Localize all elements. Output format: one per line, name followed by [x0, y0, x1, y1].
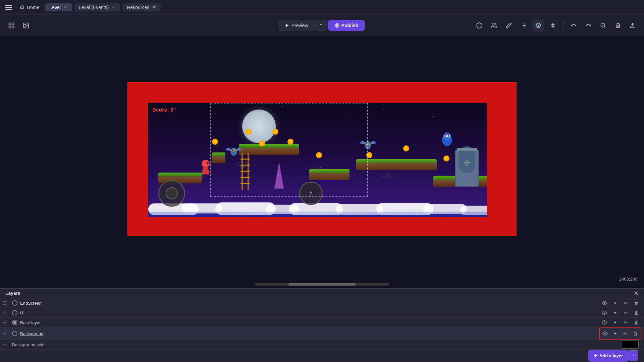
layer-name-end-screen[interactable]: EndScreen: [20, 301, 597, 306]
radio-end-screen[interactable]: [12, 300, 17, 306]
add-layer-dropdown-button[interactable]: [628, 350, 639, 362]
layer-name-base[interactable]: Base layer: [20, 320, 597, 325]
hash-button[interactable]: [547, 19, 559, 32]
bg-color-swatch[interactable]: [622, 341, 639, 349]
layer-name-ui[interactable]: UI: [20, 310, 597, 315]
toolbar-left: [5, 19, 32, 32]
redo-button[interactable]: [582, 19, 594, 32]
publish-button[interactable]: Publish: [328, 20, 365, 31]
svg-rect-40: [202, 170, 205, 175]
canvas-area[interactable]: Score: 0: [0, 36, 644, 288]
eye-icon: [602, 300, 607, 306]
radio-base[interactable]: [12, 320, 17, 325]
layer-name-background[interactable]: Background: [20, 331, 596, 336]
trash-icon: [615, 22, 621, 28]
svg-point-57: [448, 135, 449, 137]
svg-point-8: [492, 23, 494, 25]
canvas-scrollbar[interactable]: [255, 283, 389, 286]
cube-button[interactable]: [473, 19, 485, 32]
pencil-button[interactable]: [503, 19, 515, 32]
svg-line-18: [552, 23, 553, 28]
hash-icon: [550, 22, 556, 28]
eye-btn-background[interactable]: [600, 329, 610, 338]
undo-button[interactable]: [568, 19, 580, 32]
gate: ⚜: [453, 143, 480, 187]
trash-button[interactable]: [612, 19, 624, 32]
tab-home[interactable]: Home: [16, 3, 43, 11]
pencil-btn-ui[interactable]: ✏: [621, 308, 631, 317]
pencil-btn-base[interactable]: ✏: [621, 318, 631, 327]
pencil-btn-end-screen[interactable]: ✏: [621, 298, 631, 308]
tab-level[interactable]: Level ✕: [45, 3, 72, 11]
svg-point-42: [230, 148, 237, 156]
tab-resources-close-icon[interactable]: ✕: [151, 5, 157, 10]
pencil-btn-background[interactable]: ✏: [621, 329, 630, 338]
toolbar-divider: [563, 21, 564, 30]
svg-point-51: [369, 143, 370, 144]
tab-resources[interactable]: Resources ✕: [123, 3, 161, 11]
image-button[interactable]: [20, 19, 32, 32]
globe-icon: [335, 23, 339, 28]
tab-resources-label: Resources: [127, 5, 149, 10]
svg-marker-6: [286, 23, 288, 27]
svg-rect-27: [457, 148, 477, 151]
score-display: Score: 0: [152, 107, 173, 113]
trash-btn-end-screen[interactable]: 🗑: [632, 298, 641, 308]
trash-btn-ui[interactable]: 🗑: [632, 308, 641, 317]
trash-btn-background[interactable]: 🗑: [631, 329, 640, 338]
star: [383, 110, 384, 110]
export-button[interactable]: [627, 19, 639, 32]
layer-row-base[interactable]: ☰ Base layer ✦ ✏ 🗑: [0, 318, 644, 327]
svg-point-56: [445, 135, 446, 137]
sun-btn-end-screen[interactable]: ✦: [610, 298, 620, 308]
star: [350, 120, 350, 120]
star: [175, 108, 176, 109]
star: [215, 113, 216, 114]
preview-button[interactable]: Preview: [279, 20, 314, 31]
list-icon: [521, 22, 527, 28]
layers-title: Layers: [5, 291, 20, 296]
layer-row-end-screen[interactable]: ☰ EndScreen ✦ ✏ 🗑: [0, 298, 644, 308]
sun-btn-background[interactable]: ✦: [610, 329, 620, 338]
joystick[interactable]: [158, 180, 185, 207]
layer-row-background[interactable]: ☰ Background ✦ ✏ 🗑: [0, 327, 644, 340]
layers-close-icon[interactable]: ✕: [634, 290, 639, 297]
jump-button[interactable]: ↑: [299, 182, 323, 205]
tab-level-events-close-icon[interactable]: ✕: [111, 5, 116, 10]
list-button[interactable]: [518, 19, 530, 32]
eye-btn-ui[interactable]: [600, 308, 609, 317]
eye-btn-end-screen[interactable]: [600, 298, 609, 308]
tab-level-label: Level: [49, 5, 60, 10]
grid-view-button[interactable]: [5, 19, 17, 32]
svg-point-46: [235, 150, 236, 151]
enemy-blue: [440, 132, 454, 148]
sun-btn-ui[interactable]: ✦: [610, 308, 620, 317]
sun-btn-base[interactable]: ✦: [610, 318, 620, 327]
menu-hamburger-icon[interactable]: [4, 3, 13, 12]
drag-icon-ui: ☰: [3, 310, 9, 315]
people-button[interactable]: [488, 19, 500, 32]
game-canvas[interactable]: Score: 0: [148, 103, 487, 217]
enemy-bat-1: [225, 145, 242, 158]
layer-row-ui[interactable]: ☰ UI ✦ ✏ 🗑: [0, 308, 644, 318]
layers-button[interactable]: [532, 19, 544, 32]
preview-dropdown-button[interactable]: [315, 20, 327, 31]
tab-level-close-icon[interactable]: ✕: [63, 5, 68, 10]
ladder: [240, 153, 250, 190]
radio-ui[interactable]: [12, 310, 17, 315]
add-layer-button[interactable]: + Add a layer: [588, 350, 628, 362]
eye-btn-base[interactable]: [600, 318, 609, 327]
layers-header: Layers ✕: [0, 289, 644, 298]
platform-midleft: [212, 153, 225, 163]
people-icon: [491, 22, 497, 29]
trash-btn-base[interactable]: 🗑: [632, 318, 641, 327]
svg-point-61: [316, 168, 319, 171]
svg-point-63: [387, 175, 389, 177]
svg-marker-15: [536, 23, 541, 25]
tab-level-events[interactable]: Level (Events) ✕: [75, 3, 120, 11]
drag-icon-background: ☰: [3, 331, 9, 336]
svg-line-19: [554, 23, 554, 28]
svg-point-65: [604, 312, 605, 313]
zoom-out-button[interactable]: [597, 19, 609, 32]
radio-background[interactable]: [12, 331, 17, 336]
